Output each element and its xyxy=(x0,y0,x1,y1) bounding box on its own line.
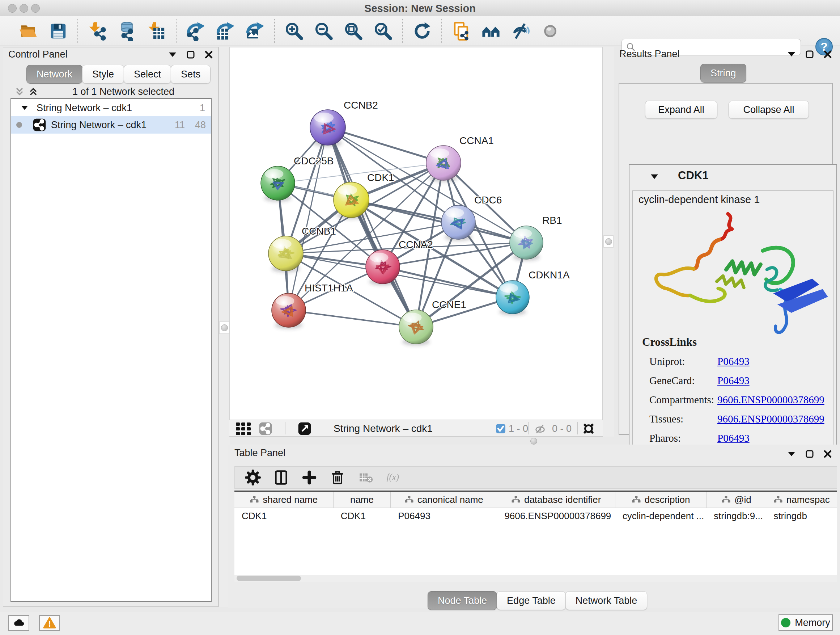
table-cell[interactable]: stringdb:9... xyxy=(706,508,766,524)
tab-edge-table[interactable]: Edge Table xyxy=(497,591,566,610)
hide-glass-button[interactable] xyxy=(508,19,533,43)
cloud-button[interactable] xyxy=(8,615,29,631)
expand-all-button[interactable]: Expand All xyxy=(645,101,717,119)
zoom-fit-button[interactable] xyxy=(341,19,366,43)
export-table-button[interactable] xyxy=(213,19,238,43)
table-cell[interactable]: CDK1 xyxy=(234,508,333,524)
grid-view-icon[interactable] xyxy=(236,423,251,435)
expand-all-networks-icon[interactable] xyxy=(28,86,39,97)
memory-button[interactable]: Memory xyxy=(778,614,833,631)
crosslink-link[interactable]: P06493 xyxy=(717,375,750,386)
close-panel-icon[interactable] xyxy=(823,450,832,458)
float-panel-icon[interactable] xyxy=(805,450,814,458)
crosslink-label: GeneCard: xyxy=(649,375,695,386)
right-splitter[interactable] xyxy=(603,47,614,437)
import-network-button[interactable] xyxy=(85,19,110,43)
warnings-button[interactable] xyxy=(39,615,60,631)
zoom-out-button[interactable] xyxy=(311,19,336,43)
import-database-button[interactable] xyxy=(114,19,140,43)
string-home-button[interactable] xyxy=(478,19,504,43)
entry-expander-icon[interactable] xyxy=(651,174,658,179)
network-node-CDC25B[interactable] xyxy=(261,166,295,202)
tab-sets[interactable]: Sets xyxy=(171,65,210,84)
svg-text:CDC25B: CDC25B xyxy=(294,155,333,166)
hidden-eye-icon[interactable] xyxy=(534,423,546,435)
network-type-icon[interactable] xyxy=(259,422,272,435)
panel-menu-icon[interactable] xyxy=(168,52,177,57)
sphere-button[interactable] xyxy=(538,19,563,43)
network-node-CCNB1[interactable] xyxy=(268,236,303,272)
refresh-button[interactable] xyxy=(409,19,435,43)
table-cell[interactable]: P06493 xyxy=(391,508,497,524)
save-session-button[interactable] xyxy=(46,19,71,43)
network-node-CCNB2[interactable] xyxy=(310,110,346,147)
close-panel-icon[interactable] xyxy=(823,50,832,59)
column-header-shared-name[interactable]: shared name xyxy=(234,492,333,508)
table-cell[interactable]: CDK1 xyxy=(333,508,391,524)
zoom-selected-button[interactable] xyxy=(370,19,396,43)
copy-documents-button[interactable] xyxy=(448,19,474,43)
birds-eye-view-icon[interactable] xyxy=(298,422,311,435)
table-cell[interactable]: stringdb xyxy=(766,508,837,524)
collapse-all-button[interactable]: Collapse All xyxy=(729,101,809,119)
crosslink-link[interactable]: P06493 xyxy=(717,432,750,444)
network-view[interactable]: CCNB2CCNA1CDC25BCDK1CDC6RB1CCNB1CCNA2CDK… xyxy=(229,47,603,420)
float-panel-icon[interactable] xyxy=(186,50,195,59)
network-node-CCNA1[interactable] xyxy=(426,146,461,182)
tab-node-table[interactable]: Node Table xyxy=(428,591,497,610)
tab-style[interactable]: Style xyxy=(82,65,124,84)
left-splitter-handle[interactable] xyxy=(219,321,229,334)
network-node-RB1[interactable] xyxy=(510,226,543,261)
table-hscrollbar-thumb[interactable] xyxy=(237,576,301,581)
zoom-in-button[interactable] xyxy=(281,19,307,43)
network-node-CCNA2[interactable] xyxy=(366,250,400,286)
add-column-icon[interactable] xyxy=(302,470,317,486)
export-network-button[interactable] xyxy=(183,19,208,43)
selected-checkbox-icon[interactable] xyxy=(496,424,506,434)
tab-string[interactable]: String xyxy=(700,64,746,82)
network-node-CDC6[interactable] xyxy=(441,205,475,241)
fit-selected-crosshair-icon[interactable] xyxy=(582,422,595,435)
bottom-splitter-handle[interactable] xyxy=(528,438,539,444)
open-session-button[interactable] xyxy=(16,19,41,43)
tab-select[interactable]: Select xyxy=(124,65,171,84)
tab-network-table[interactable]: Network Table xyxy=(565,591,647,610)
network-node-CCNE1[interactable] xyxy=(399,310,433,346)
crosslink-link[interactable]: 9606.ENSP00000378699 xyxy=(717,394,824,406)
export-image-button[interactable] xyxy=(242,19,268,43)
table-cell[interactable]: cyclin-dependent ... xyxy=(615,508,706,524)
panel-menu-icon[interactable] xyxy=(787,51,796,57)
network-canvas[interactable]: CCNB2CCNA1CDC25BCDK1CDC6RB1CCNB1CCNA2CDK… xyxy=(230,48,602,420)
crosslink-link[interactable]: P06493 xyxy=(717,356,750,367)
network-row-selected[interactable]: String Network – cdk1 11 48 xyxy=(11,116,211,134)
column-header-description[interactable]: description xyxy=(615,492,706,508)
column-header-canonical-name[interactable]: canonical name xyxy=(391,492,497,508)
columns-icon[interactable] xyxy=(273,470,289,486)
collection-expander-icon[interactable] xyxy=(21,106,28,110)
hidden-count: 0 - 0 xyxy=(552,423,572,434)
column-header-@id[interactable]: @id xyxy=(706,492,766,508)
crosslink-row: Tissues:9606.ENSP00000378699 xyxy=(649,413,830,425)
float-panel-icon[interactable] xyxy=(805,50,814,59)
close-panel-icon[interactable] xyxy=(204,50,213,59)
column-header-database-identifier[interactable]: database identifier xyxy=(497,492,615,508)
table-cell[interactable]: 9606.ENSP00000378699 xyxy=(497,508,615,524)
right-splitter-handle[interactable] xyxy=(603,235,614,248)
crosslink-link[interactable]: 9606.ENSP00000378699 xyxy=(717,413,824,425)
network-collection-row[interactable]: String Network – cdk1 1 xyxy=(11,100,211,116)
column-header-name[interactable]: name xyxy=(333,492,391,508)
crosslink-row: Uniprot:P06493 xyxy=(649,356,830,367)
panel-menu-icon[interactable] xyxy=(787,451,796,457)
table-hscrollbar[interactable] xyxy=(234,575,837,582)
import-table-button[interactable] xyxy=(144,19,169,43)
network-node-CDK1[interactable] xyxy=(333,182,369,219)
table-row[interactable]: CDK1CDK1P064939606.ENSP00000378699cyclin… xyxy=(234,508,837,524)
network-node-HIST1H1A[interactable] xyxy=(272,293,306,329)
gear-icon[interactable] xyxy=(245,470,261,486)
trash-icon[interactable] xyxy=(330,470,346,486)
node-table[interactable]: shared namenamecanonical namedatabase id… xyxy=(234,491,837,575)
column-header-namespac[interactable]: namespac xyxy=(766,492,837,508)
network-node-CDKN1A[interactable] xyxy=(496,280,529,316)
collapse-all-networks-icon[interactable] xyxy=(14,86,25,97)
tab-network[interactable]: Network xyxy=(27,65,82,84)
